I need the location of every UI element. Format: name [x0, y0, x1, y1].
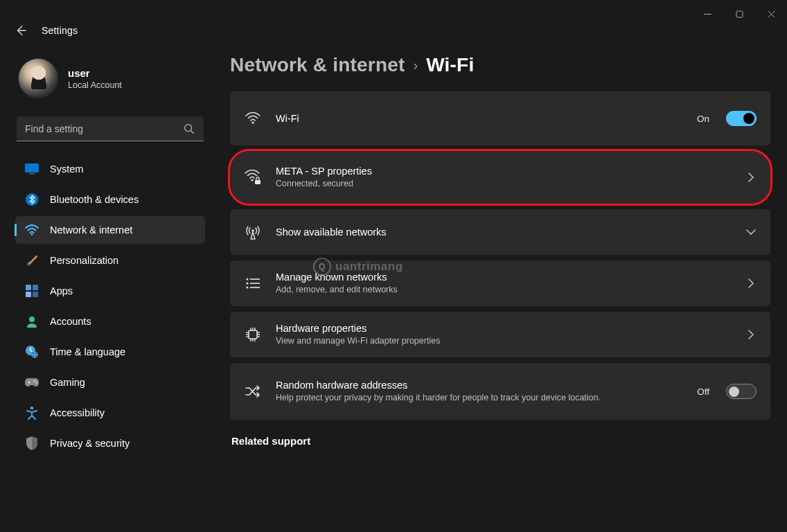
maximize-icon [736, 10, 743, 18]
available-networks-row[interactable]: Show available networks [230, 209, 770, 255]
available-networks-title: Show available networks [276, 227, 732, 238]
maximize-button[interactable] [723, 0, 755, 28]
svg-rect-13 [33, 292, 38, 297]
apps-icon [25, 284, 39, 298]
chevron-right-icon: › [414, 57, 418, 73]
back-arrow-icon [15, 24, 27, 37]
connected-network-subtitle: Connected, secured [276, 178, 636, 190]
svg-rect-7 [29, 173, 35, 175]
nav-item-system[interactable]: System [15, 155, 205, 183]
nav-item-personalization[interactable]: Personalization [15, 247, 205, 274]
breadcrumb: Network & internet › Wi-Fi [230, 44, 770, 91]
nav-label: Network & internet [50, 224, 132, 236]
svg-point-24 [247, 278, 249, 281]
nav-list: System Bluetooth & devices Network & int… [12, 154, 208, 459]
chevron-right-icon [745, 278, 757, 289]
minimize-button[interactable] [691, 0, 723, 28]
app-title: Settings [42, 25, 78, 36]
known-networks-row[interactable]: Manage known networks Add, remove, and e… [230, 260, 770, 306]
person-icon [25, 314, 39, 328]
user-profile[interactable]: user Local Account [12, 58, 208, 112]
sidebar: user Local Account System Bluetooth & de… [0, 44, 215, 528]
svg-rect-22 [255, 180, 260, 184]
nav-label: Gaming [50, 377, 85, 388]
nav-label: Privacy & security [50, 438, 130, 449]
svg-rect-1 [736, 11, 743, 17]
wifi-toggle-row[interactable]: Wi-Fi On [230, 91, 770, 145]
wifi-icon [25, 223, 39, 237]
nav-label: System [50, 163, 83, 175]
wifi-toggle-state: On [697, 114, 709, 124]
svg-point-18 [35, 382, 37, 384]
svg-point-21 [251, 179, 253, 181]
back-button[interactable] [14, 24, 28, 37]
wifi-toggle-card: Wi-Fi On [230, 91, 770, 145]
hardware-row[interactable]: Hardware properties View and manage Wi-F… [230, 312, 770, 357]
svg-rect-11 [33, 285, 38, 290]
known-networks-card: Manage known networks Add, remove, and e… [230, 260, 770, 306]
nav-item-accounts[interactable]: Accounts [15, 308, 205, 335]
minimize-icon [704, 10, 711, 18]
hardware-card: Hardware properties View and manage Wi-F… [230, 312, 770, 357]
nav-label: Accessibility [50, 407, 105, 418]
nav-item-bluetooth[interactable]: Bluetooth & devices [15, 186, 205, 213]
random-mac-state: Off [697, 387, 709, 397]
nav-label: Accounts [50, 316, 91, 327]
svg-point-23 [251, 229, 254, 232]
svg-point-26 [247, 283, 249, 285]
nav-item-gaming[interactable]: Gaming [15, 369, 205, 396]
svg-line-5 [191, 131, 194, 134]
breadcrumb-parent[interactable]: Network & internet [230, 54, 405, 76]
random-mac-toggle[interactable] [726, 384, 757, 399]
close-icon [768, 10, 775, 18]
clock-globe-icon [25, 345, 39, 359]
nav-item-privacy[interactable]: Privacy & security [15, 429, 205, 457]
wifi-lock-icon [244, 170, 262, 185]
chevron-down-icon [745, 227, 757, 238]
nav-item-accessibility[interactable]: Accessibility [15, 399, 205, 427]
close-button[interactable] [755, 0, 787, 28]
search-icon [183, 123, 195, 135]
profile-subtitle: Local Account [68, 80, 122, 90]
svg-point-28 [247, 287, 249, 289]
accessibility-icon [25, 406, 39, 420]
related-support-heading: Related support [231, 435, 770, 447]
svg-point-14 [29, 317, 35, 322]
available-networks-card: Show available networks [230, 209, 770, 255]
wifi-icon [244, 112, 262, 125]
profile-name: user [68, 67, 122, 79]
connected-network-card: META - SP properties Connected, secured [230, 151, 770, 204]
svg-rect-30 [249, 330, 257, 339]
main-content: Network & internet › Wi-Fi Wi-Fi On [215, 44, 787, 528]
svg-point-17 [34, 380, 36, 382]
list-icon [244, 278, 262, 289]
system-icon [25, 162, 39, 176]
random-mac-row[interactable]: Random hardware addresses Help protect y… [230, 363, 770, 420]
random-mac-title: Random hardware addresses [276, 380, 683, 391]
breadcrumb-current: Wi-Fi [426, 54, 474, 76]
nav-item-apps[interactable]: Apps [15, 277, 205, 305]
search-input[interactable] [17, 116, 204, 141]
chevron-right-icon [745, 172, 757, 183]
random-mac-card: Random hardware addresses Help protect y… [230, 363, 770, 420]
svg-rect-12 [26, 292, 31, 297]
known-networks-title: Manage known networks [276, 272, 732, 283]
hardware-subtitle: View and manage Wi-Fi adapter properties [276, 335, 636, 347]
known-networks-subtitle: Add, remove, and edit networks [276, 284, 636, 296]
nav-item-time-language[interactable]: Time & language [15, 338, 205, 366]
connected-network-title: META - SP properties [276, 166, 732, 177]
antenna-icon [244, 224, 262, 240]
nav-item-network[interactable]: Network & internet [15, 216, 205, 244]
svg-point-9 [31, 233, 33, 236]
avatar [18, 58, 58, 98]
connected-network-row[interactable]: META - SP properties Connected, secured [230, 151, 770, 204]
chip-icon [244, 327, 262, 342]
svg-rect-10 [26, 285, 31, 290]
random-mac-subtitle: Help protect your privacy by making it h… [276, 392, 636, 404]
wifi-toggle-switch[interactable] [726, 111, 757, 126]
nav-label: Apps [50, 285, 73, 296]
shield-icon [25, 436, 39, 450]
nav-label: Personalization [50, 255, 118, 266]
hardware-title: Hardware properties [276, 323, 732, 334]
chevron-right-icon [745, 329, 757, 340]
